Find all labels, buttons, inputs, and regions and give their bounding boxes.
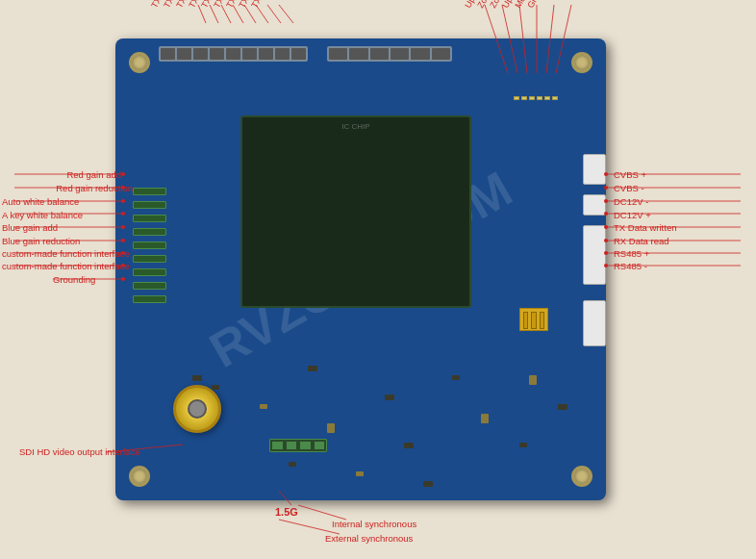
svg-line-32 [279,491,291,505]
svg-line-7 [198,5,206,23]
svg-point-50 [604,251,608,255]
svg-line-9 [546,5,554,73]
svg-line-34 [279,520,340,534]
svg-point-46 [604,199,608,203]
svg-point-36 [121,186,125,190]
annotation-lines [0,0,756,559]
svg-line-31 [106,445,183,452]
svg-line-11 [519,5,527,73]
main-container: RVZONE.COM [0,0,756,559]
svg-line-5 [221,5,231,23]
svg-line-33 [298,505,346,520]
svg-point-40 [121,239,125,242]
svg-point-42 [121,264,125,267]
svg-line-4 [233,5,243,23]
svg-point-38 [121,212,125,216]
svg-line-0 [279,5,293,23]
svg-line-3 [244,5,256,23]
svg-line-1 [267,5,281,23]
svg-point-35 [121,172,125,176]
svg-point-51 [604,264,608,267]
svg-line-2 [256,5,268,23]
svg-point-45 [604,186,608,190]
svg-line-6 [210,5,218,23]
svg-point-41 [121,251,125,255]
svg-line-8 [556,5,571,73]
svg-point-39 [121,225,125,229]
svg-point-43 [121,277,125,281]
svg-point-44 [604,172,608,176]
svg-point-49 [604,239,608,242]
svg-point-37 [121,199,125,203]
svg-point-48 [604,225,608,229]
svg-point-47 [604,212,608,216]
